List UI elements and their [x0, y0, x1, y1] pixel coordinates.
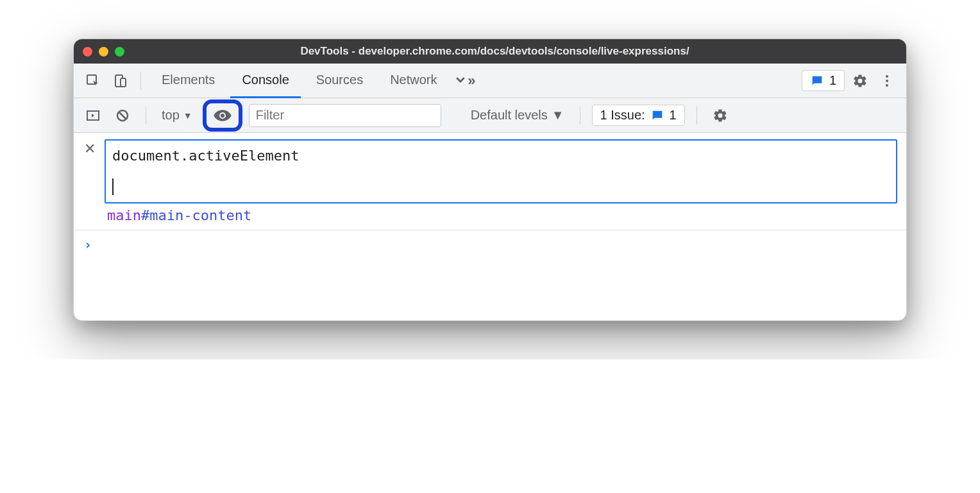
device-toggle-icon[interactable] — [108, 69, 131, 92]
svg-point-5 — [886, 84, 888, 87]
svg-point-3 — [886, 75, 888, 78]
tab-network[interactable]: Network — [378, 64, 448, 98]
svg-line-8 — [119, 112, 126, 119]
eye-icon — [213, 106, 232, 125]
separator — [140, 72, 141, 90]
window-zoom-button[interactable] — [115, 47, 124, 56]
traffic-lights — [83, 47, 124, 56]
filter-input[interactable] — [249, 104, 441, 127]
messages-chip[interactable]: 1 — [802, 70, 845, 91]
separator — [580, 107, 580, 125]
chevron-down-icon: ▼ — [183, 110, 192, 121]
tab-sources[interactable]: Sources — [305, 64, 375, 98]
text-caret — [112, 178, 114, 195]
log-levels-select[interactable]: Default levels ▼ — [467, 108, 568, 123]
titlebar: DevTools - developer.chrome.com/docs/dev… — [74, 39, 906, 64]
prompt-caret-icon: › — [84, 237, 92, 252]
live-expression-button[interactable] — [203, 99, 242, 132]
separator — [146, 107, 146, 125]
settings-icon[interactable] — [849, 69, 872, 92]
result-id: #main-content — [141, 207, 251, 223]
remove-expression-icon[interactable]: ✕ — [83, 139, 97, 157]
live-expression-input[interactable]: document.activeElement — [105, 139, 897, 203]
levels-label: Default levels — [471, 108, 548, 123]
console-toolbar: top ▼ Default levels ▼ 1 Issue: 1 — [74, 98, 906, 133]
context-label: top — [162, 108, 180, 123]
main-tabbar: Elements Console Sources Network » 1 — [74, 64, 906, 98]
expression-text: document.activeElement — [112, 144, 890, 167]
message-icon — [650, 108, 664, 123]
messages-count: 1 — [829, 73, 836, 88]
issues-label: 1 Issue: — [600, 108, 645, 123]
separator — [697, 107, 697, 125]
console-settings-icon[interactable] — [709, 104, 732, 127]
result-tag: main — [107, 207, 141, 223]
toggle-sidebar-icon[interactable] — [81, 104, 105, 127]
issues-chip[interactable]: 1 Issue: 1 — [592, 105, 685, 126]
live-expression-row: ✕ document.activeElement — [74, 133, 906, 207]
live-expression-result: main#main-content — [74, 207, 906, 230]
more-tabs-icon[interactable]: » — [453, 69, 476, 92]
chevron-down-icon: ▼ — [552, 108, 564, 123]
kebab-menu-icon[interactable] — [875, 69, 899, 92]
window-close-button[interactable] — [83, 47, 92, 56]
svg-point-4 — [886, 80, 888, 82]
window-minimize-button[interactable] — [99, 47, 108, 56]
svg-rect-2 — [121, 78, 126, 87]
clear-console-icon[interactable] — [111, 104, 134, 127]
tab-elements[interactable]: Elements — [150, 64, 226, 98]
context-selector[interactable]: top ▼ — [158, 108, 196, 123]
tab-console[interactable]: Console — [230, 64, 300, 98]
inspect-element-icon[interactable] — [81, 69, 105, 92]
issues-count: 1 — [670, 108, 677, 123]
devtools-window: DevTools - developer.chrome.com/docs/dev… — [73, 39, 907, 321]
window-title: DevTools - developer.chrome.com/docs/dev… — [131, 45, 897, 58]
console-prompt[interactable]: › — [74, 230, 906, 320]
